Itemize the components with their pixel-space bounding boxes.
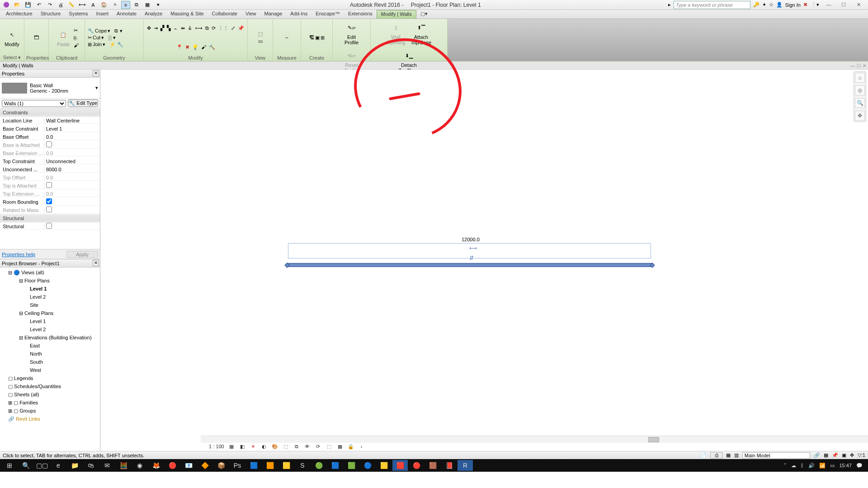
crop-icon[interactable]: ⬚ — [282, 443, 289, 450]
select-underlay-icon[interactable]: ▦ — [824, 452, 828, 458]
horizontal-scrollbar[interactable] — [201, 436, 868, 443]
dim-icon[interactable]: ⟷ — [78, 1, 87, 9]
filter-icon[interactable]: ▽:1 — [858, 452, 865, 458]
view-close-icon[interactable]: ✕ — [863, 63, 866, 68]
node-floor-plans[interactable]: ⊟ Floor Plans — [2, 277, 98, 285]
scale-icon[interactable]: ⤢ — [231, 25, 235, 31]
app1-icon[interactable]: 🟦 — [246, 460, 261, 471]
help-icon[interactable]: ❔▾ — [810, 2, 819, 8]
group-icon[interactable]: ▣ — [315, 35, 320, 41]
skype-icon[interactable]: S — [295, 460, 310, 471]
detail-level-icon[interactable]: ▦ — [228, 443, 235, 450]
firefox-icon[interactable]: 🦊 — [148, 460, 164, 471]
sunpath-icon[interactable]: ☀ — [250, 443, 257, 450]
assembly-icon[interactable]: ⊞ — [321, 35, 325, 41]
node-legends[interactable]: ▢ Legends — [2, 374, 98, 382]
undo-icon[interactable]: ↶ — [34, 1, 43, 9]
signin-button[interactable]: Sign In — [785, 2, 801, 8]
zero-field[interactable]: :0 — [710, 452, 722, 459]
select-pinned-icon[interactable]: 📌 — [832, 452, 838, 458]
tab-extensions[interactable]: Extensions — [344, 10, 377, 19]
prop-row[interactable]: Related to Mass — [0, 206, 100, 214]
prop-value[interactable]: 0.0 — [44, 175, 100, 181]
panel-select-label[interactable]: Select ▾ — [2, 55, 22, 61]
hide-icon[interactable]: ⬚ — [258, 31, 263, 37]
edge-icon[interactable]: e — [51, 460, 66, 471]
type-selector[interactable]: Basic Wall Generic - 200mm ▾ — [0, 78, 100, 99]
section-structural[interactable]: Structural — [0, 214, 100, 222]
prop-value[interactable]: Level 1 — [44, 126, 100, 132]
render-icon[interactable]: 🎨 — [271, 443, 278, 450]
prop-checkbox[interactable] — [46, 182, 52, 188]
prop-row[interactable]: Top Offset0.0 — [0, 174, 100, 182]
main-model-dropdown[interactable]: Main Model — [742, 452, 810, 459]
node-east[interactable]: East — [2, 342, 98, 350]
tab-systems[interactable]: Systems — [65, 10, 92, 19]
node-ceiling[interactable]: ⊟ Ceiling Plans — [2, 309, 98, 317]
tab-panel-expand-icon[interactable]: ▢▾ — [416, 10, 432, 19]
cut-geom-button[interactable]: ✂ Cut ▾ ░ ▾ — [88, 35, 116, 41]
trim-icon[interactable]: ⫝̸ — [188, 25, 193, 31]
view-min-icon[interactable]: — — [850, 63, 855, 68]
prop-value[interactable]: 8000.0 — [44, 167, 100, 173]
constraint-icon[interactable]: 🔒 — [347, 443, 354, 450]
prop-row[interactable]: Top is Attached — [0, 182, 100, 190]
print-icon[interactable]: 🖨 — [56, 1, 65, 9]
override-icon[interactable]: ▭ — [258, 38, 263, 44]
left-arrow-icon[interactable]: ‹ — [358, 443, 365, 450]
node-c-level2[interactable]: Level 2 — [2, 325, 98, 333]
section-constraints[interactable]: Constraints — [0, 108, 100, 117]
tab-annotate[interactable]: Annotate — [113, 10, 141, 19]
worksharing-icon[interactable]: ▦ — [336, 443, 344, 450]
unhide-icon[interactable]: 👁 — [304, 443, 311, 450]
tab-architecture[interactable]: Architecture — [2, 10, 37, 19]
default3d-icon[interactable]: 🏠 — [99, 1, 108, 9]
tray-net-icon[interactable]: 📶 — [819, 463, 826, 469]
tray-vol-icon[interactable]: 🔊 — [808, 463, 815, 469]
select-links-icon[interactable]: 🔗 — [814, 452, 820, 458]
structural-checkbox[interactable] — [46, 223, 52, 229]
app6-icon[interactable]: 🔵 — [360, 460, 375, 471]
full-nav-icon[interactable]: ◎ — [855, 85, 865, 95]
store-icon[interactable]: 🛍 — [83, 460, 99, 471]
properties-title[interactable]: Properties✕ — [0, 70, 100, 78]
app2-icon[interactable]: 🟧 — [262, 460, 278, 471]
pin-icon[interactable]: 📌 — [238, 25, 244, 31]
properties-button[interactable]: 🗔 — [28, 30, 45, 45]
prop-value[interactable] — [44, 182, 100, 189]
prop-row[interactable]: Top Extension ...0.0 — [0, 190, 100, 198]
app-menu-button[interactable]: 🟣 — [2, 1, 11, 9]
tray-bt-icon[interactable]: ᛒ — [801, 463, 804, 468]
calc-icon[interactable]: 🧮 — [116, 460, 131, 471]
prop-row-structural[interactable]: Structural — [0, 222, 100, 230]
prop-checkbox[interactable] — [46, 206, 52, 212]
revit-task-icon[interactable]: R — [458, 460, 473, 471]
search-arrow-icon[interactable]: ▸ — [668, 2, 671, 8]
tab-structure[interactable]: Structure — [37, 10, 65, 19]
opera-icon[interactable]: 🔴 — [165, 460, 180, 471]
temp-dimension[interactable]: 12000.0 — [462, 237, 480, 242]
design-options-icon[interactable]: ▥ — [734, 452, 739, 458]
ps-icon[interactable]: Ps — [230, 460, 245, 471]
drag-elem-icon[interactable]: ✥ — [850, 452, 854, 458]
tab-massing[interactable]: Massing & Site — [166, 10, 208, 19]
node-c-level1[interactable]: Level 1 — [2, 317, 98, 325]
tray-lang-icon[interactable]: ▭ — [830, 463, 835, 469]
paste-button[interactable]: 📋Paste — [55, 27, 72, 48]
node-schedules[interactable]: ▢ Schedules/Quantities — [2, 382, 98, 390]
temp-hide-icon[interactable]: ⬚ — [326, 443, 333, 450]
zoom-icon[interactable]: 🔍 — [855, 98, 865, 108]
copy-clipboard-icon[interactable]: ⎘ — [74, 35, 79, 41]
tab-manage[interactable]: Manage — [260, 10, 287, 19]
unpin-icon[interactable]: 📍 — [176, 44, 183, 50]
edit-type-button[interactable]: 🔧 Edit Type — [68, 99, 98, 107]
node-views[interactable]: ⊟ 🔵 Views (all) — [2, 268, 98, 277]
prop-checkbox[interactable] — [46, 141, 52, 147]
prop-value[interactable] — [44, 141, 100, 149]
align-icon[interactable]: ⫠ — [173, 25, 178, 31]
prop-value[interactable]: 0.0 — [44, 150, 100, 156]
app5-icon[interactable]: 🟩 — [344, 460, 359, 471]
node-north[interactable]: North — [2, 350, 98, 358]
offset-icon[interactable]: ⇥ — [154, 25, 158, 31]
node-families[interactable]: ⊞ ▢ Families — [2, 399, 98, 407]
